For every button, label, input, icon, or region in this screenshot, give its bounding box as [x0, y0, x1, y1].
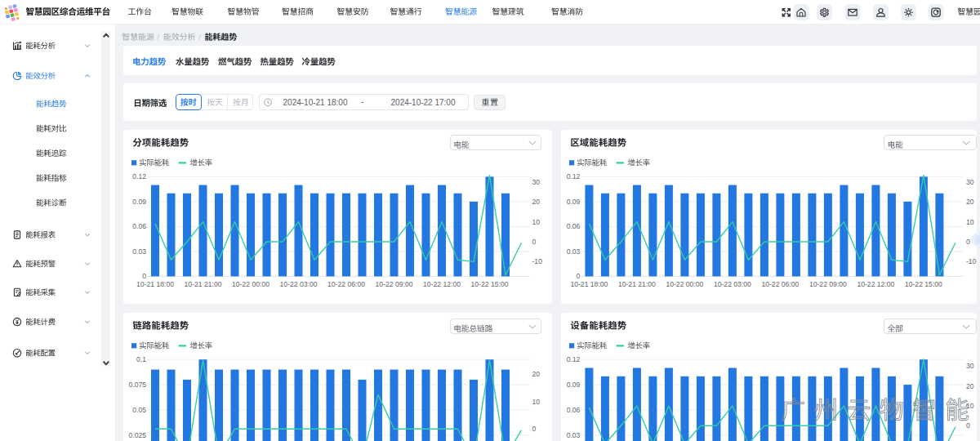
svg-text:0.05: 0.05 — [132, 406, 146, 414]
svg-text:/: / — [198, 33, 201, 42]
svg-text:10-21 18:00: 10-21 18:00 — [136, 280, 174, 288]
svg-text:10-21 18:00: 10-21 18:00 — [570, 280, 608, 288]
svg-text:10: 10 — [532, 398, 541, 406]
svg-text:0.09: 0.09 — [567, 198, 581, 206]
svg-text:/: / — [157, 33, 159, 42]
svg-text:10-22 03:00: 10-22 03:00 — [280, 280, 318, 288]
svg-text:0.06: 0.06 — [567, 406, 581, 414]
svg-text:0.12: 0.12 — [132, 172, 146, 180]
svg-text:30: 30 — [532, 178, 541, 186]
svg-text:10-22 00:00: 10-22 00:00 — [666, 280, 703, 288]
svg-text:0: 0 — [532, 238, 537, 246]
svg-text:10: 10 — [966, 218, 974, 226]
svg-text:10-22 15:00: 10-22 15:00 — [905, 280, 942, 288]
svg-text:0: 0 — [966, 421, 970, 430]
svg-text:0: 0 — [532, 425, 537, 433]
svg-text:0.09: 0.09 — [132, 198, 146, 206]
svg-text:30: 30 — [966, 178, 974, 186]
svg-text:20: 20 — [966, 198, 974, 206]
svg-text:0.06: 0.06 — [132, 222, 146, 230]
svg-text:0.03: 0.03 — [132, 247, 146, 256]
svg-text:0.12: 0.12 — [567, 172, 581, 180]
svg-text:0.03: 0.03 — [567, 247, 581, 256]
svg-text:0.075: 0.075 — [128, 381, 146, 389]
svg-text:20: 20 — [532, 370, 541, 378]
svg-text:0: 0 — [966, 238, 970, 246]
svg-text:10-22 12:00: 10-22 12:00 — [423, 280, 461, 288]
svg-text:10-21 21:00: 10-21 21:00 — [185, 280, 222, 288]
svg-text:0.12: 0.12 — [567, 355, 581, 363]
svg-text:10-22 03:00: 10-22 03:00 — [714, 280, 751, 288]
svg-text:0.1: 0.1 — [136, 355, 146, 363]
svg-text:10-22 06:00: 10-22 06:00 — [327, 280, 365, 288]
svg-text:10-22 15:00: 10-22 15:00 — [471, 280, 509, 288]
svg-text:0.06: 0.06 — [567, 222, 581, 230]
svg-text:10: 10 — [532, 218, 541, 226]
svg-text:10-22 12:00: 10-22 12:00 — [857, 280, 894, 288]
svg-text:0.03: 0.03 — [567, 431, 581, 439]
svg-text:2024-10-22 17:00: 2024-10-22 17:00 — [391, 98, 456, 107]
svg-text:10-22 06:00: 10-22 06:00 — [761, 280, 799, 288]
svg-text:-10: -10 — [966, 257, 977, 265]
svg-text:0.09: 0.09 — [567, 381, 581, 389]
svg-text:10-21 21:00: 10-21 21:00 — [618, 280, 656, 288]
svg-text:10-22 00:00: 10-22 00:00 — [232, 280, 270, 288]
svg-text:-: - — [361, 97, 363, 106]
svg-text:-10: -10 — [532, 257, 543, 265]
svg-text:10-22 09:00: 10-22 09:00 — [809, 280, 847, 288]
svg-text:30: 30 — [966, 362, 974, 370]
svg-text:2024-10-21 18:00: 2024-10-21 18:00 — [283, 98, 348, 107]
svg-text:10-22 09:00: 10-22 09:00 — [376, 280, 413, 288]
svg-text:20: 20 — [966, 382, 974, 390]
svg-text:0.025: 0.025 — [128, 431, 146, 439]
svg-text:20: 20 — [532, 198, 541, 206]
